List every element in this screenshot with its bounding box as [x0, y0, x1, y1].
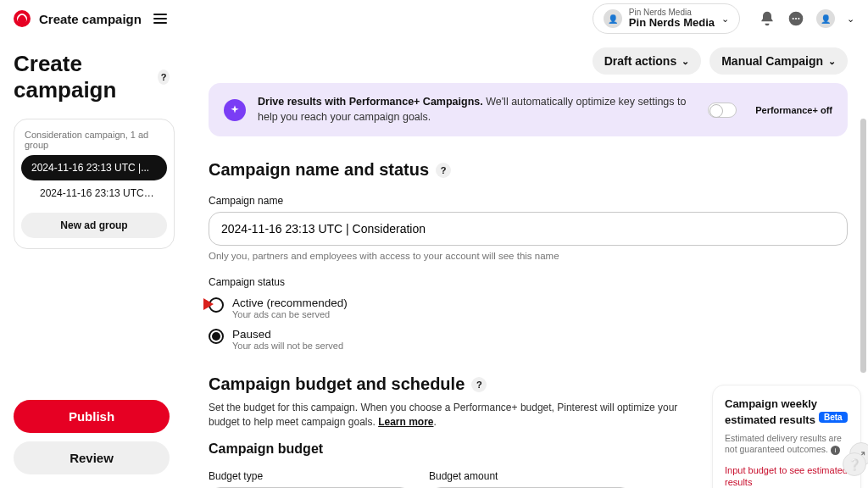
estimate-results-card: Campaign weekly estimated resultsBeta Es…	[712, 385, 861, 488]
campaign-tree-item[interactable]: 2024-11-16 23:13 UTC | Ad...	[21, 180, 167, 206]
campaign-name-hint: Only you, partners and employees with ac…	[209, 251, 848, 261]
account-name: Pin Nerds Media	[629, 17, 715, 29]
campaign-tree-card: Consideration campaign, 1 ad group 2024-…	[14, 119, 175, 249]
campaign-mode-button[interactable]: Manual Campaign⌄	[709, 47, 848, 75]
left-sidebar: Create campaign ? Consideration campaign…	[0, 37, 178, 488]
section-title-name: Campaign name and status	[209, 160, 429, 180]
annotation-arrow-icon	[188, 296, 214, 313]
top-bar: Create campaign 👤 Pin Nerds Media Pin Ne…	[0, 0, 868, 37]
campaign-name-label: Campaign name	[209, 195, 848, 207]
budget-desc: Set the budget for this campaign. When y…	[209, 402, 677, 428]
pinterest-logo-icon	[14, 10, 31, 27]
chevron-down-icon[interactable]: ⌄	[847, 14, 854, 25]
campaign-status-label: Campaign status	[209, 276, 848, 288]
main-content: Draft actions⌄ Manual Campaign⌄ Drive re…	[178, 37, 868, 488]
radio-selected-icon	[209, 329, 224, 344]
campaign-name-input[interactable]	[209, 212, 848, 246]
publish-button[interactable]: Publish	[14, 400, 170, 433]
scrollbar[interactable]	[860, 119, 866, 373]
chevron-down-icon: ⌄	[721, 14, 729, 25]
estimate-sub: Estimated delivery results are not guara…	[725, 433, 842, 455]
draft-actions-button[interactable]: Draft actions⌄	[593, 47, 702, 75]
status-active-radio[interactable]: Active (recommended) Your ads can be ser…	[209, 297, 848, 319]
user-avatar-icon[interactable]: 👤	[816, 9, 835, 28]
help-icon[interactable]: ?	[436, 163, 451, 178]
estimate-title: Campaign weekly estimated results	[725, 397, 817, 426]
banner-title: Drive results with Performance+ Campaign…	[258, 96, 483, 108]
svg-point-2	[795, 18, 797, 19]
help-icon[interactable]: ?	[158, 69, 170, 85]
toggle-label: Performance+ off	[755, 105, 832, 115]
avatar: 👤	[604, 9, 622, 28]
learn-more-link[interactable]: Learn more	[378, 416, 433, 428]
budget-amount-label: Budget amount	[429, 470, 632, 482]
info-icon[interactable]: i	[831, 446, 840, 455]
menu-icon[interactable]	[153, 14, 167, 24]
campaign-tree-item-active[interactable]: 2024-11-16 23:13 UTC |...	[21, 155, 167, 180]
breadcrumb-title: Create campaign	[39, 12, 142, 26]
svg-point-3	[798, 18, 799, 19]
help-icon[interactable]: ?	[471, 377, 487, 392]
page-title: Create campaign	[14, 51, 151, 103]
svg-point-1	[793, 18, 794, 19]
chat-icon[interactable]	[787, 10, 804, 27]
performance-plus-toggle[interactable]	[708, 103, 737, 118]
review-button[interactable]: Review	[14, 441, 170, 474]
bell-icon[interactable]	[759, 10, 776, 27]
help-bubble-icon[interactable]: ❔	[843, 452, 866, 476]
sparkle-icon	[224, 99, 246, 121]
campaign-tree-header: Consideration campaign, 1 ad group	[25, 130, 164, 150]
new-ad-group-button[interactable]: New ad group	[21, 213, 167, 238]
estimate-warning: Input budget to see estimated results	[725, 464, 849, 488]
budget-type-label: Budget type	[209, 470, 412, 482]
performance-plus-banner: Drive results with Performance+ Campaign…	[209, 83, 848, 136]
section-title-budget: Campaign budget and schedule	[209, 374, 465, 394]
beta-badge: Beta	[819, 412, 848, 423]
account-switcher[interactable]: 👤 Pin Nerds Media Pin Nerds Media ⌄	[593, 3, 740, 34]
status-paused-radio[interactable]: Paused Your ads will not be served	[209, 328, 848, 351]
